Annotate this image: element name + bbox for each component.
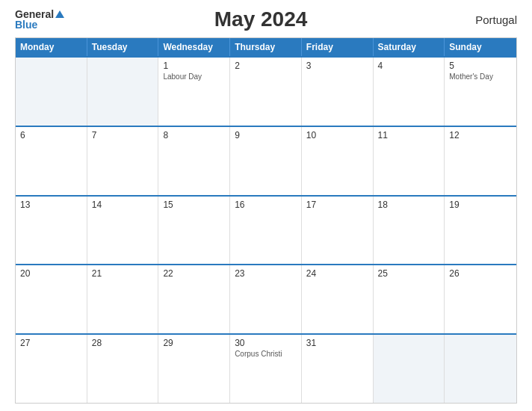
cal-cell: 21 — [87, 265, 159, 333]
day-number: 21 — [92, 268, 154, 279]
cal-cell: 10 — [302, 127, 374, 195]
cal-cell: 23 — [230, 265, 302, 333]
day-number: 18 — [378, 200, 440, 210]
holiday-label: Labour Day — [163, 72, 225, 81]
day-number: 14 — [92, 200, 154, 210]
month-title: May 2024 — [64, 7, 457, 31]
cal-header-tuesday: Tuesday — [87, 38, 159, 56]
cal-cell — [374, 335, 445, 403]
holiday-label: Mother's Day — [449, 72, 512, 81]
country-label: Portugal — [457, 13, 517, 26]
day-number: 17 — [306, 200, 368, 210]
cal-cell: 30Corpus Christi — [230, 335, 302, 403]
cal-cell: 11 — [374, 127, 445, 195]
day-number: 28 — [92, 338, 154, 348]
cal-week-2: 6789101112 — [16, 126, 516, 195]
day-number: 31 — [306, 338, 368, 348]
page: General Blue May 2024 Portugal MondayTue… — [0, 0, 532, 411]
cal-cell: 4 — [374, 58, 445, 126]
day-number: 24 — [306, 268, 368, 279]
cal-cell: 29 — [158, 335, 230, 403]
day-number: 12 — [449, 130, 512, 140]
cal-cell: 14 — [87, 197, 159, 265]
cal-cell: 17 — [302, 197, 374, 265]
day-number: 2 — [235, 61, 297, 71]
cal-cell: 1Labour Day — [158, 58, 230, 126]
cal-cell: 24 — [302, 265, 374, 333]
day-number: 3 — [306, 61, 368, 71]
cal-cell: 7 — [87, 127, 159, 195]
day-number: 15 — [163, 200, 225, 210]
cal-cell — [16, 58, 87, 126]
cal-header-monday: Monday — [16, 38, 87, 56]
logo-blue-text: Blue — [15, 19, 37, 30]
cal-cell: 8 — [158, 127, 230, 195]
cal-cell: 20 — [16, 265, 87, 333]
day-number: 7 — [92, 130, 154, 140]
day-number: 6 — [20, 130, 82, 140]
day-number: 26 — [449, 268, 512, 279]
calendar-header: MondayTuesdayWednesdayThursdayFridaySatu… — [16, 38, 516, 56]
day-number: 13 — [20, 200, 82, 210]
cal-cell: 12 — [445, 127, 516, 195]
day-number: 30 — [235, 338, 297, 348]
cal-week-1: 1Labour Day2345Mother's Day — [16, 56, 516, 126]
day-number: 4 — [378, 61, 440, 71]
day-number: 20 — [20, 268, 82, 279]
cal-cell: 25 — [374, 265, 445, 333]
cal-cell: 9 — [230, 127, 302, 195]
cal-cell: 19 — [445, 197, 516, 265]
cal-week-5: 27282930Corpus Christi31 — [16, 333, 516, 403]
day-number: 27 — [20, 338, 82, 348]
day-number: 23 — [235, 268, 297, 279]
logo-general-text: General — [15, 9, 54, 19]
cal-cell: 3 — [302, 58, 374, 126]
cal-week-3: 13141516171819 — [16, 195, 516, 265]
holiday-label: Corpus Christi — [235, 350, 297, 358]
cal-cell — [87, 58, 159, 126]
cal-cell: 31 — [302, 335, 374, 403]
day-number: 11 — [378, 130, 440, 140]
cal-cell: 22 — [158, 265, 230, 333]
cal-week-4: 20212223242526 — [16, 264, 516, 333]
cal-cell: 26 — [445, 265, 516, 333]
cal-cell: 16 — [230, 197, 302, 265]
day-number: 16 — [235, 200, 297, 210]
cal-cell — [445, 335, 516, 403]
cal-cell: 15 — [158, 197, 230, 265]
cal-cell: 18 — [374, 197, 445, 265]
cal-header-thursday: Thursday — [230, 38, 302, 56]
cal-cell: 27 — [16, 335, 87, 403]
day-number: 25 — [378, 268, 440, 279]
header: General Blue May 2024 Portugal — [15, 7, 517, 31]
cal-cell: 28 — [87, 335, 159, 403]
day-number: 9 — [235, 130, 297, 140]
logo-triangle-icon — [55, 10, 64, 18]
cal-cell: 13 — [16, 197, 87, 265]
day-number: 1 — [163, 61, 225, 71]
cal-header-saturday: Saturday — [374, 38, 445, 56]
cal-cell: 5Mother's Day — [445, 58, 516, 126]
day-number: 8 — [163, 130, 225, 140]
cal-cell: 6 — [16, 127, 87, 195]
cal-header-sunday: Sunday — [445, 38, 516, 56]
day-number: 19 — [449, 200, 512, 210]
day-number: 22 — [163, 268, 225, 279]
cal-header-wednesday: Wednesday — [158, 38, 230, 56]
day-number: 29 — [163, 338, 225, 348]
cal-header-friday: Friday — [302, 38, 374, 56]
calendar: MondayTuesdayWednesdayThursdayFridaySatu… — [15, 37, 517, 404]
logo: General Blue — [15, 9, 64, 30]
day-number: 5 — [449, 61, 512, 71]
calendar-body: 1Labour Day2345Mother's Day6789101112131… — [16, 56, 516, 403]
cal-cell: 2 — [230, 58, 302, 126]
day-number: 10 — [306, 130, 368, 140]
